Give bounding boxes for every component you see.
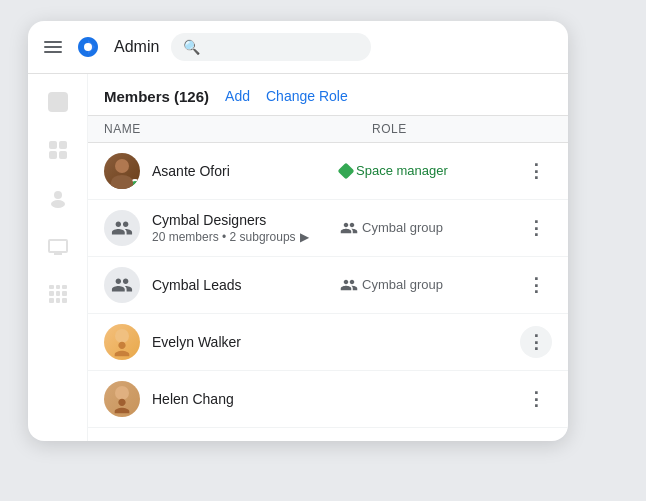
avatar xyxy=(104,267,140,303)
sidebar-item-monitor[interactable] xyxy=(36,230,80,262)
role-label: Space manager xyxy=(356,163,448,178)
avatar xyxy=(104,210,140,246)
member-info: Cymbal Leads xyxy=(152,277,340,293)
role-cell: Cymbal group xyxy=(340,276,520,294)
member-sub: 20 members • 2 subgroups ▶ xyxy=(152,230,340,244)
top-bar: Admin 🔍 xyxy=(28,21,568,74)
sidebar-item-person[interactable] xyxy=(36,182,80,214)
column-role-header: Role xyxy=(372,122,552,136)
role-group: Cymbal group xyxy=(340,276,443,294)
members-title: Members (126) xyxy=(104,88,209,105)
more-options-button[interactable]: ⋮ xyxy=(520,269,552,301)
role-group: Cymbal group xyxy=(340,219,443,237)
change-role-button[interactable]: Change Role xyxy=(266,88,348,104)
member-name: Helen Chang xyxy=(152,391,340,407)
add-button[interactable]: Add xyxy=(225,88,250,104)
member-name: Asante Ofori xyxy=(152,163,340,179)
more-options-button[interactable]: ⋮ xyxy=(520,383,552,415)
role-cell: Cymbal group xyxy=(340,219,520,237)
person-icon xyxy=(48,188,68,208)
more-options-button[interactable]: ⋮ xyxy=(520,212,552,244)
group-icon xyxy=(111,217,133,239)
app-title: Admin xyxy=(114,38,159,56)
chevron-right-icon: ▶ xyxy=(300,230,309,244)
svg-point-1 xyxy=(54,191,62,199)
sidebar-item-grid[interactable] xyxy=(36,134,80,166)
table-row: Cymbal Leads Cymbal group ⋮ xyxy=(88,257,568,314)
group-role-icon xyxy=(340,276,358,294)
member-info: Cymbal Designers 20 members • 2 subgroup… xyxy=(152,212,340,244)
column-name-header: Name xyxy=(104,122,372,136)
table-header: Name Role xyxy=(88,115,568,143)
person-silhouette xyxy=(111,338,133,360)
member-info: Evelyn Walker xyxy=(152,334,340,350)
app-logo xyxy=(74,33,102,61)
member-info: Helen Chang xyxy=(152,391,340,407)
search-input[interactable] xyxy=(208,39,359,55)
svg-point-2 xyxy=(51,200,65,208)
group-icon xyxy=(111,274,133,296)
role-label: Cymbal group xyxy=(362,277,443,292)
person-silhouette xyxy=(111,395,133,417)
diamond-icon xyxy=(338,162,355,179)
avatar xyxy=(104,324,140,360)
online-indicator xyxy=(130,179,140,189)
role-cell: Space manager xyxy=(340,163,520,178)
group-role-icon xyxy=(340,219,358,237)
avatar xyxy=(104,381,140,417)
member-name: Cymbal Leads xyxy=(152,277,340,293)
more-options-button[interactable]: ⋮ xyxy=(520,326,552,358)
table-row: Evelyn Walker ⋮ xyxy=(88,314,568,371)
sidebar-item-home[interactable] xyxy=(36,86,80,118)
more-options-button[interactable]: ⋮ xyxy=(520,155,552,187)
admin-panel: Admin 🔍 xyxy=(28,21,568,441)
search-icon: 🔍 xyxy=(183,39,200,55)
role-badge-manager: Space manager xyxy=(340,163,448,178)
members-header: Members (126) Add Change Role xyxy=(88,74,568,115)
sidebar-item-apps[interactable] xyxy=(36,278,80,310)
table-row: Helen Chang ⋮ xyxy=(88,371,568,428)
member-info: Asante Ofori xyxy=(152,163,340,179)
table-row: Cymbal Designers 20 members • 2 subgroup… xyxy=(88,200,568,257)
member-name: Cymbal Designers xyxy=(152,212,340,228)
avatar xyxy=(104,153,140,189)
app-container: Admin 🔍 xyxy=(28,21,618,481)
sidebar xyxy=(28,74,88,441)
member-name: Evelyn Walker xyxy=(152,334,340,350)
table-row: Asante Ofori Space manager ⋮ xyxy=(88,143,568,200)
role-label: Cymbal group xyxy=(362,220,443,235)
svg-point-0 xyxy=(84,43,92,51)
layout: Members (126) Add Change Role Name Role xyxy=(28,74,568,441)
hamburger-button[interactable] xyxy=(44,41,62,53)
main-content: Members (126) Add Change Role Name Role xyxy=(88,74,568,441)
search-bar[interactable]: 🔍 xyxy=(171,33,371,61)
